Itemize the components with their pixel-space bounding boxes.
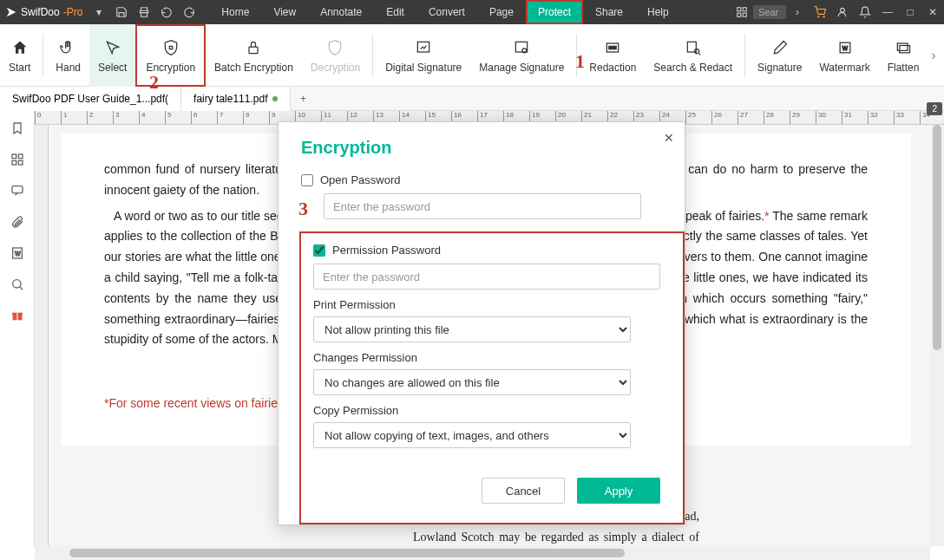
minimize-icon[interactable]: — bbox=[876, 0, 899, 24]
ribbon-manage-signature[interactable]: Manage Signature bbox=[470, 24, 573, 87]
redact-icon bbox=[602, 37, 623, 58]
ribbon-watermark[interactable]: W Watermark bbox=[810, 24, 878, 87]
menu-view[interactable]: View bbox=[261, 0, 308, 24]
permission-password-checkbox[interactable]: Permission Password bbox=[313, 244, 660, 257]
sign-icon bbox=[413, 37, 434, 58]
encryption-dialog: ✕ Encryption Open Password Permission Pa… bbox=[278, 121, 685, 525]
close-window-icon[interactable]: ✕ bbox=[921, 0, 944, 24]
scroll-thumb[interactable] bbox=[69, 549, 625, 557]
cart-icon[interactable] bbox=[809, 0, 831, 24]
svg-rect-0 bbox=[141, 13, 148, 17]
permission-password-input[interactable] bbox=[313, 264, 660, 290]
undo-icon[interactable] bbox=[155, 0, 178, 24]
print-permission-select[interactable]: Not allow printing this file bbox=[313, 316, 631, 342]
annotation-1: 1 bbox=[575, 50, 585, 73]
lock-icon bbox=[243, 37, 264, 58]
ribbon-start[interactable]: Start bbox=[0, 24, 39, 87]
svg-rect-19 bbox=[897, 43, 908, 50]
menu-help[interactable]: Help bbox=[635, 0, 681, 24]
dropdown-icon[interactable]: ▾ bbox=[88, 0, 110, 24]
svg-rect-30 bbox=[12, 313, 23, 316]
thumbnails-icon[interactable] bbox=[9, 151, 26, 168]
tab-1[interactable]: fairy tale111.pdf bbox=[181, 87, 291, 111]
svg-text:W: W bbox=[842, 45, 848, 51]
cancel-button[interactable]: Cancel bbox=[482, 478, 565, 504]
grid-icon[interactable] bbox=[731, 0, 753, 24]
maximize-icon[interactable]: □ bbox=[899, 0, 921, 24]
gift-icon[interactable] bbox=[9, 307, 26, 324]
comment-icon[interactable] bbox=[9, 182, 26, 199]
svg-rect-29 bbox=[12, 315, 22, 321]
page-indicator: 2 bbox=[927, 102, 942, 115]
ribbon-batch-encryption[interactable]: Batch Encryption bbox=[206, 24, 302, 87]
svg-point-28 bbox=[12, 280, 20, 288]
flatten-icon bbox=[893, 37, 914, 58]
search-sidebar-icon[interactable] bbox=[9, 276, 26, 293]
open-password-input[interactable] bbox=[324, 193, 641, 219]
print-icon[interactable] bbox=[133, 0, 155, 24]
scrollbar-vertical[interactable]: 2 bbox=[930, 125, 944, 546]
close-icon[interactable]: ✕ bbox=[664, 131, 674, 145]
menu-annotate[interactable]: Annotate bbox=[308, 0, 374, 24]
menu-home[interactable]: Home bbox=[209, 0, 261, 24]
watermark-icon: W bbox=[835, 37, 856, 58]
svg-point-6 bbox=[823, 16, 824, 17]
search-input[interactable]: Sear bbox=[753, 5, 786, 19]
permission-password-check[interactable] bbox=[313, 244, 325, 257]
open-password-checkbox[interactable]: Open Password bbox=[301, 173, 662, 186]
svg-rect-24 bbox=[18, 160, 23, 165]
dialog-title: Encryption bbox=[301, 138, 662, 158]
svg-rect-4 bbox=[743, 13, 746, 16]
apply-button[interactable]: Apply bbox=[577, 478, 660, 504]
svg-rect-1 bbox=[738, 8, 741, 11]
sidebar: W bbox=[0, 111, 35, 546]
ribbon-search-redact[interactable]: Search & Redact bbox=[645, 24, 741, 87]
svg-point-16 bbox=[694, 49, 698, 53]
app-logo: SwifDoo-Pro bbox=[0, 6, 88, 18]
svg-rect-9 bbox=[249, 47, 258, 53]
changes-permission-select[interactable]: No changes are allowed on this file bbox=[313, 369, 631, 395]
menu-protect[interactable]: Protect bbox=[526, 0, 583, 24]
user-icon[interactable] bbox=[831, 0, 854, 24]
menu-share[interactable]: Share bbox=[583, 0, 635, 24]
save-icon[interactable] bbox=[110, 0, 133, 24]
copy-permission-select[interactable]: Not allow copying of text, images, and o… bbox=[313, 422, 631, 448]
scrollbar-horizontal[interactable] bbox=[35, 546, 930, 560]
svg-point-5 bbox=[818, 16, 819, 17]
bell-icon[interactable] bbox=[854, 0, 876, 24]
ribbon-select[interactable]: Select bbox=[89, 24, 135, 87]
chevron-right-icon[interactable]: › bbox=[786, 0, 809, 24]
scroll-thumb[interactable] bbox=[933, 125, 941, 350]
ribbon-redaction[interactable]: Redaction bbox=[580, 24, 645, 87]
svg-rect-3 bbox=[738, 13, 741, 16]
ribbon-flatten[interactable]: Flatten bbox=[879, 24, 928, 87]
cursor-icon bbox=[102, 37, 123, 58]
unlock-icon bbox=[324, 37, 345, 58]
menu-convert[interactable]: Convert bbox=[416, 0, 477, 24]
changes-permission-label: Changes Permission bbox=[313, 351, 660, 364]
word-icon[interactable]: W bbox=[9, 244, 26, 262]
open-password-check[interactable] bbox=[301, 174, 313, 186]
print-permission-label: Print Permission bbox=[313, 298, 660, 311]
shield-lock-icon bbox=[161, 37, 181, 58]
ribbon-scroll-right[interactable]: › bbox=[927, 38, 941, 73]
svg-rect-11 bbox=[516, 42, 528, 52]
svg-rect-25 bbox=[12, 186, 23, 193]
bookmark-icon[interactable] bbox=[9, 120, 26, 137]
pen-icon bbox=[770, 37, 790, 58]
brand-name: SwifDoo bbox=[21, 6, 60, 18]
redo-icon[interactable] bbox=[178, 0, 200, 24]
svg-point-7 bbox=[841, 8, 845, 12]
menu-edit[interactable]: Edit bbox=[374, 0, 416, 24]
new-tab-button[interactable]: + bbox=[291, 93, 315, 105]
ribbon-hand[interactable]: Hand bbox=[47, 24, 89, 87]
ribbon-digital-signature[interactable]: Digital Signature bbox=[377, 24, 470, 87]
search-redact-icon bbox=[683, 37, 704, 58]
svg-rect-20 bbox=[900, 45, 910, 52]
ribbon-encryption[interactable]: Encryption bbox=[135, 24, 206, 87]
ribbon-signature[interactable]: Signature bbox=[749, 24, 810, 87]
menu-page[interactable]: Page bbox=[477, 0, 526, 24]
annotation-3: 3 bbox=[298, 198, 308, 220]
attachment-icon[interactable] bbox=[9, 213, 26, 231]
ruler-vertical bbox=[35, 125, 49, 546]
